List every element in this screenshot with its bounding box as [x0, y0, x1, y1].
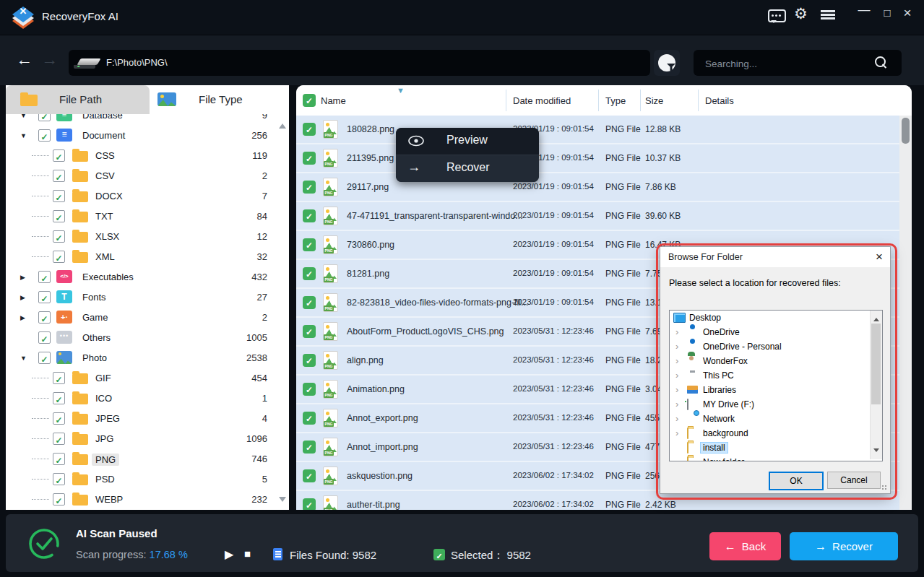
- dialog-tree-item-install[interactable]: install: [670, 441, 882, 455]
- checkbox[interactable]: [38, 311, 51, 324]
- window-close-button[interactable]: ×: [899, 5, 916, 21]
- context-menu-item-recover[interactable]: → Recover: [396, 155, 539, 182]
- file-row[interactable]: 47-471191_transparent-transparent-windo.…: [296, 202, 899, 231]
- select-all-checkbox[interactable]: [303, 94, 316, 107]
- dialog-tree-item-onedrive-personal[interactable]: ›OneDrive - Personal: [670, 339, 882, 354]
- dialog-tree-item-desktop[interactable]: Desktop: [670, 311, 882, 325]
- dialog-tree-item-libraries[interactable]: ›Libraries: [670, 383, 882, 397]
- dialog-tree-item-onedrive[interactable]: ›OneDrive: [670, 325, 882, 339]
- tree-item-game[interactable]: ▶+·Game2: [6, 308, 289, 328]
- forward-nav-button[interactable]: →: [41, 51, 58, 68]
- sidebar-scroll-up-icon[interactable]: [279, 120, 286, 129]
- column-header-name[interactable]: Name: [321, 95, 346, 106]
- checkbox[interactable]: [53, 210, 65, 222]
- chevron-right-icon[interactable]: ›: [675, 428, 678, 438]
- checkbox[interactable]: [303, 469, 316, 482]
- checkbox[interactable]: [303, 498, 316, 510]
- chevron-right-icon[interactable]: ›: [675, 413, 678, 424]
- checkbox[interactable]: [38, 331, 51, 344]
- checkbox[interactable]: [38, 291, 51, 303]
- checkbox[interactable]: [303, 152, 316, 165]
- tree-item-fonts[interactable]: ▶TFonts27: [6, 287, 289, 308]
- checkbox[interactable]: [53, 251, 65, 263]
- settings-gear-icon[interactable]: ⚙: [794, 5, 808, 22]
- tree-item-executables[interactable]: ▶</>Executables432: [6, 267, 289, 287]
- checkbox[interactable]: [303, 267, 316, 280]
- checkbox[interactable]: [38, 352, 51, 364]
- window-minimize-button[interactable]: —: [855, 3, 873, 17]
- search-icon[interactable]: [875, 56, 886, 67]
- checkbox[interactable]: [38, 129, 51, 142]
- tree-item-photo[interactable]: ▼Photo2538: [6, 348, 289, 368]
- column-header-date[interactable]: Date modified: [513, 95, 571, 106]
- sidebar-scroll-down-icon[interactable]: [279, 497, 286, 506]
- file-row[interactable]: 211395.png2023/01/19 : 09:01:54PNG File1…: [296, 144, 899, 173]
- chevron-right-icon[interactable]: ›: [675, 341, 678, 352]
- feedback-icon[interactable]: [768, 9, 786, 22]
- scroll-up-icon[interactable]: [873, 315, 879, 321]
- tree-item-jpg[interactable]: JPG1096: [6, 429, 289, 449]
- tree-item-gif[interactable]: GIF454: [6, 368, 289, 389]
- chevron-right-icon[interactable]: ›: [675, 399, 678, 409]
- tab-file-type[interactable]: File Type: [150, 85, 289, 114]
- tree-item-document[interactable]: ▼≡Document256: [6, 126, 289, 146]
- expand-icon[interactable]: ▶: [20, 274, 25, 281]
- window-maximize-button[interactable]: □: [878, 6, 896, 19]
- scroll-down-icon[interactable]: [873, 448, 879, 455]
- dialog-close-icon[interactable]: ×: [876, 250, 883, 264]
- tree-item-xml[interactable]: XML32: [6, 247, 289, 267]
- dialog-scrollbar[interactable]: [870, 311, 882, 459]
- chevron-right-icon[interactable]: ›: [675, 355, 678, 366]
- search-input[interactable]: [704, 50, 865, 77]
- tree-item-csv[interactable]: CSV2: [6, 166, 289, 186]
- expand-icon[interactable]: ▶: [20, 294, 25, 301]
- checkbox[interactable]: [53, 433, 65, 445]
- checkbox[interactable]: [53, 230, 65, 243]
- tree-item-psd[interactable]: PSD5: [6, 469, 289, 490]
- checkbox[interactable]: [303, 325, 316, 338]
- checkbox[interactable]: [53, 412, 65, 425]
- resize-grip[interactable]: [882, 485, 888, 491]
- checkbox[interactable]: [53, 392, 65, 404]
- checkbox[interactable]: [53, 149, 65, 162]
- tree-item-jpeg[interactable]: JPEG4: [6, 409, 289, 429]
- tree-item-ico[interactable]: ICO1: [6, 389, 289, 409]
- checkbox[interactable]: [53, 372, 65, 384]
- context-menu-item-preview[interactable]: Preview: [396, 128, 539, 155]
- checkbox[interactable]: [53, 493, 65, 506]
- checkbox[interactable]: [303, 412, 316, 425]
- resume-scan-button[interactable]: ▶: [225, 547, 233, 561]
- dialog-tree-item-wonderfox[interactable]: ›WonderFox: [670, 354, 882, 368]
- cancel-button[interactable]: Cancel: [827, 472, 881, 489]
- checkbox[interactable]: [303, 238, 316, 251]
- checkbox[interactable]: [38, 271, 51, 283]
- recover-button[interactable]: →Recover: [790, 532, 898, 560]
- tree-item-css[interactable]: CSS119: [6, 146, 289, 166]
- dialog-tree-item-background[interactable]: ›background: [670, 426, 882, 441]
- file-list-scrollbar[interactable]: [899, 116, 912, 510]
- column-header-size[interactable]: Size: [645, 95, 663, 106]
- checkbox[interactable]: [303, 296, 316, 309]
- checkbox[interactable]: [53, 190, 65, 202]
- tree-item-txt[interactable]: TXT84: [6, 207, 289, 227]
- tree-item-others[interactable]: •••Others1005: [6, 328, 289, 348]
- tree-item-png[interactable]: PNG746: [6, 449, 289, 469]
- column-header-details[interactable]: Details: [705, 95, 734, 106]
- hamburger-menu-icon[interactable]: [821, 10, 835, 19]
- expand-icon[interactable]: ▶: [20, 314, 25, 321]
- checkbox[interactable]: [53, 170, 65, 182]
- back-nav-button[interactable]: ←: [16, 51, 33, 68]
- scrollbar-thumb[interactable]: [902, 118, 910, 144]
- sort-desc-icon[interactable]: ▼: [397, 86, 405, 95]
- filter-button[interactable]: [654, 50, 680, 76]
- tree-item-webp[interactable]: WEBP232: [6, 490, 289, 510]
- checkbox[interactable]: [303, 354, 316, 367]
- tab-file-path[interactable]: File Path: [6, 85, 150, 114]
- scrollbar-thumb[interactable]: [871, 324, 881, 404]
- tree-item-docx[interactable]: DOCX7: [6, 186, 289, 207]
- back-button[interactable]: ←Back: [709, 532, 781, 560]
- collapse-icon[interactable]: ▼: [20, 132, 27, 139]
- checkbox[interactable]: [303, 123, 316, 136]
- checkbox[interactable]: [303, 383, 316, 396]
- file-row[interactable]: 29117.png2023/01/19 : 09:01:54PNG File7.…: [296, 173, 899, 202]
